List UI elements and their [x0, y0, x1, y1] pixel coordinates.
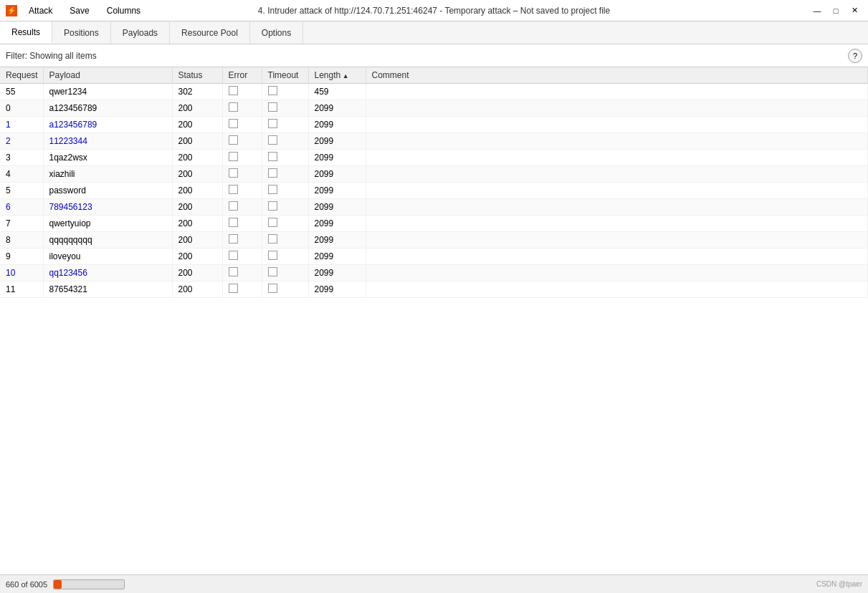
cell-length: 2099	[308, 281, 366, 298]
cell-comment	[366, 133, 868, 150]
cell-error	[222, 265, 262, 281]
col-header-comment[interactable]: Comment	[366, 67, 868, 84]
error-checkbox[interactable]	[229, 284, 238, 293]
error-checkbox[interactable]	[229, 267, 238, 276]
timeout-checkbox[interactable]	[268, 86, 277, 95]
maximize-button[interactable]: □	[828, 3, 844, 19]
table-row[interactable]: 1a1234567892002099	[0, 117, 868, 133]
col-header-request[interactable]: Request	[0, 67, 43, 84]
cell-request: 9	[0, 249, 43, 265]
menu-save[interactable]: Save	[67, 4, 92, 17]
cell-request: 7	[0, 216, 43, 232]
error-checkbox[interactable]	[229, 135, 238, 145]
timeout-checkbox[interactable]	[268, 152, 277, 161]
timeout-checkbox[interactable]	[268, 168, 277, 178]
watermark-text: CSDN @tpaer	[816, 580, 862, 588]
cell-request: 0	[0, 100, 43, 117]
cell-status: 200	[172, 281, 222, 298]
col-header-error[interactable]: Error	[222, 67, 262, 84]
cell-comment	[366, 281, 868, 298]
cell-request: 6	[0, 199, 43, 216]
cell-comment	[366, 199, 868, 216]
error-checkbox[interactable]	[229, 201, 238, 211]
timeout-checkbox[interactable]	[268, 102, 277, 112]
error-checkbox[interactable]	[229, 234, 238, 244]
timeout-checkbox[interactable]	[268, 201, 277, 211]
timeout-checkbox[interactable]	[268, 218, 277, 227]
table-row[interactable]: 0a1234567892002099	[0, 100, 868, 117]
app-icon: ⚡	[6, 5, 17, 16]
cell-payload: a123456789	[43, 100, 172, 117]
col-header-status[interactable]: Status	[172, 67, 222, 84]
cell-timeout	[262, 216, 308, 232]
tab-payloads[interactable]: Payloads	[111, 21, 170, 44]
error-checkbox[interactable]	[229, 185, 238, 194]
tab-positions[interactable]: Positions	[52, 21, 111, 44]
col-header-timeout[interactable]: Timeout	[262, 67, 308, 84]
cell-timeout	[262, 117, 308, 133]
filter-bar: Filter: Showing all items ?	[0, 44, 868, 67]
cell-timeout	[262, 166, 308, 183]
timeout-checkbox[interactable]	[268, 267, 277, 276]
error-checkbox[interactable]	[229, 218, 238, 227]
table-row[interactable]: 11876543212002099	[0, 281, 868, 298]
cell-timeout	[262, 100, 308, 117]
tab-bar: Results Positions Payloads Resource Pool…	[0, 21, 868, 44]
payload-link[interactable]: 11223344	[49, 136, 87, 146]
table-row[interactable]: 10qq1234562002099	[0, 265, 868, 281]
cell-timeout	[262, 183, 308, 199]
tab-options[interactable]: Options	[250, 21, 303, 44]
error-checkbox[interactable]	[229, 102, 238, 112]
cell-comment	[366, 216, 868, 232]
error-checkbox[interactable]	[229, 86, 238, 95]
cell-status: 200	[172, 117, 222, 133]
table-row[interactable]: 9iloveyou2002099	[0, 249, 868, 265]
cell-error	[222, 133, 262, 150]
cell-timeout	[262, 249, 308, 265]
request-link[interactable]: 2	[6, 136, 11, 146]
cell-request: 8	[0, 232, 43, 249]
table-row[interactable]: 7qwertyuiop2002099	[0, 216, 868, 232]
help-button[interactable]: ?	[848, 49, 862, 63]
col-header-length[interactable]: Length	[308, 67, 366, 84]
menu-attack[interactable]: Attack	[26, 4, 55, 17]
table-row[interactable]: 5password2002099	[0, 183, 868, 199]
error-checkbox[interactable]	[229, 168, 238, 178]
cell-payload: qwer1234	[43, 84, 172, 100]
col-header-payload[interactable]: Payload	[43, 67, 172, 84]
cell-comment	[366, 183, 868, 199]
payload-link[interactable]: 789456123	[49, 202, 92, 212]
table-row[interactable]: 67894561232002099	[0, 199, 868, 216]
cell-status: 200	[172, 265, 222, 281]
timeout-checkbox[interactable]	[268, 251, 277, 260]
timeout-checkbox[interactable]	[268, 284, 277, 293]
cell-comment	[366, 232, 868, 249]
timeout-checkbox[interactable]	[268, 234, 277, 244]
table-row[interactable]: 2112233442002099	[0, 133, 868, 150]
request-link[interactable]: 1	[6, 120, 11, 130]
cell-length: 2099	[308, 150, 366, 166]
error-checkbox[interactable]	[229, 119, 238, 128]
error-checkbox[interactable]	[229, 251, 238, 260]
payload-link[interactable]: a123456789	[49, 120, 97, 130]
timeout-checkbox[interactable]	[268, 119, 277, 128]
payload-link[interactable]: qq123456	[49, 268, 87, 278]
tab-results[interactable]: Results	[0, 21, 52, 44]
table-row[interactable]: 31qaz2wsx2002099	[0, 150, 868, 166]
timeout-checkbox[interactable]	[268, 185, 277, 194]
table-row[interactable]: 55qwer1234302459	[0, 84, 868, 100]
request-link[interactable]: 10	[6, 268, 15, 278]
cell-length: 2099	[308, 133, 366, 150]
minimize-button[interactable]: —	[809, 3, 825, 19]
title-bar-left: ⚡ Attack Save Columns	[6, 4, 143, 17]
tab-resource-pool[interactable]: Resource Pool	[170, 21, 250, 44]
error-checkbox[interactable]	[229, 152, 238, 161]
close-button[interactable]: ✕	[846, 3, 862, 19]
cell-request: 5	[0, 183, 43, 199]
cell-length: 2099	[308, 265, 366, 281]
request-link[interactable]: 6	[6, 202, 11, 212]
timeout-checkbox[interactable]	[268, 135, 277, 145]
table-row[interactable]: 4xiazhili2002099	[0, 166, 868, 183]
menu-columns[interactable]: Columns	[104, 4, 143, 17]
table-row[interactable]: 8qqqqqqqqq2002099	[0, 232, 868, 249]
